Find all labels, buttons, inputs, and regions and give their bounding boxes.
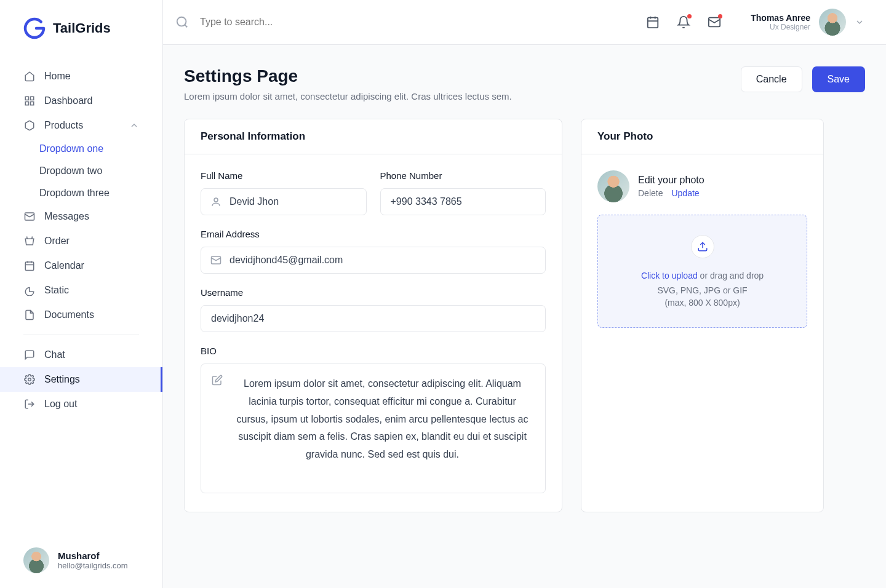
user-icon <box>210 196 222 207</box>
sidebar-item-documents[interactable]: Documents <box>0 303 162 327</box>
piechart-icon <box>23 284 36 296</box>
sidebar-subitem-dropdown-three[interactable]: Dropdown three <box>0 182 162 204</box>
svg-rect-5 <box>25 262 34 271</box>
sidebar-subitem-dropdown-two[interactable]: Dropdown two <box>0 160 162 182</box>
svg-rect-0 <box>25 97 28 100</box>
sidebar-item-products[interactable]: Products <box>0 113 162 138</box>
sidebar-item-label: Chat <box>44 349 65 360</box>
sidebar-item-home[interactable]: Home <box>0 64 162 89</box>
brand-logo[interactable]: TailGrids <box>0 17 162 39</box>
cube-icon <box>23 119 36 132</box>
search-input[interactable] <box>200 17 635 28</box>
avatar <box>23 547 49 573</box>
chevron-down-icon <box>855 17 864 27</box>
header-user-menu[interactable]: Thomas Anree Ux Designer <box>751 9 864 36</box>
sidebar-item-label: Products <box>44 120 83 131</box>
bio-textarea[interactable] <box>201 364 546 493</box>
upload-dropzone[interactable]: Click to upload or drag and drop SVG, PN… <box>597 215 807 328</box>
header-calendar-button[interactable] <box>646 15 660 29</box>
mail-icon <box>23 210 36 223</box>
bag-icon <box>23 235 36 247</box>
page-title: Settings Page <box>184 66 512 86</box>
card-title: Personal Information <box>185 119 562 154</box>
brand-name: TailGrids <box>53 20 111 36</box>
save-button[interactable]: Save <box>812 66 865 92</box>
svg-point-9 <box>28 378 31 381</box>
card-title: Your Photo <box>581 119 823 154</box>
chat-icon <box>23 349 36 361</box>
nav-divider <box>23 335 139 335</box>
calendar-icon <box>646 15 660 29</box>
sidebar-subitem-dropdown-one[interactable]: Dropdown one <box>0 138 162 160</box>
svg-rect-3 <box>25 102 28 105</box>
header: Thomas Anree Ux Designer <box>163 0 886 45</box>
sidebar-item-dashboard[interactable]: Dashboard <box>0 89 162 113</box>
sidebar-item-label: Home <box>44 71 71 82</box>
notification-dot-icon <box>687 14 692 18</box>
home-icon <box>23 70 36 82</box>
sidebar-item-label: Dashboard <box>44 95 92 106</box>
cancel-button[interactable]: Cancle <box>741 66 802 92</box>
chevron-up-icon <box>129 121 139 130</box>
sidebar-item-label: Log out <box>44 399 77 410</box>
sidebar-item-label: Messages <box>44 211 89 222</box>
svg-rect-12 <box>648 18 658 28</box>
header-user-role: Ux Designer <box>751 23 810 31</box>
personal-info-card: Personal Information Full Name <box>184 119 562 512</box>
email-label: Email Address <box>201 229 546 239</box>
header-notifications-button[interactable] <box>677 15 690 29</box>
click-to-upload-link[interactable]: Click to upload <box>641 271 698 280</box>
sidebar: TailGrids Home Dashboard Products Dropdo… <box>0 0 163 588</box>
email-input[interactable] <box>201 247 546 274</box>
avatar <box>819 9 846 36</box>
phone-label: Phone Number <box>380 170 546 181</box>
sidebar-item-chat[interactable]: Chat <box>0 343 162 367</box>
sidebar-item-order[interactable]: Order <box>0 229 162 253</box>
sidebar-item-label: Documents <box>44 309 94 320</box>
bio-label: BIO <box>201 346 546 356</box>
document-icon <box>23 309 36 321</box>
update-photo-button[interactable]: Update <box>671 188 699 198</box>
logo-icon <box>23 17 46 39</box>
header-messages-button[interactable] <box>708 15 721 29</box>
sidebar-item-label: Order <box>44 236 70 247</box>
avatar <box>597 170 629 202</box>
sidebar-item-static[interactable]: Static <box>0 278 162 303</box>
sidebar-item-messages[interactable]: Messages <box>0 204 162 229</box>
edit-icon <box>212 375 223 386</box>
sidebar-item-label: Settings <box>44 374 80 385</box>
delete-photo-button[interactable]: Delete <box>638 188 663 198</box>
sidebar-item-label: Calendar <box>44 260 84 271</box>
sidebar-user-name: Musharof <box>58 550 128 561</box>
username-input[interactable] <box>201 305 546 332</box>
full-name-label: Full Name <box>201 170 367 181</box>
upload-max: (max, 800 X 800px) <box>610 298 794 308</box>
svg-rect-2 <box>31 102 34 105</box>
grid-icon <box>23 95 36 107</box>
svg-rect-1 <box>31 97 34 100</box>
username-label: Username <box>201 287 546 298</box>
mail-icon <box>210 255 222 266</box>
notification-dot-icon <box>718 14 722 18</box>
upload-formats: SVG, PNG, JPG or GIF <box>610 285 794 295</box>
sidebar-item-logout[interactable]: Log out <box>0 392 162 416</box>
phone-input[interactable] <box>380 188 546 215</box>
gear-icon <box>23 373 36 386</box>
page-subtitle: Lorem ipsum dolor sit amet, consectetur … <box>184 91 512 101</box>
svg-point-17 <box>214 198 218 202</box>
full-name-input[interactable] <box>201 188 367 215</box>
header-user-name: Thomas Anree <box>751 13 810 23</box>
sidebar-user-email: hello@tailgrids.com <box>58 561 128 570</box>
svg-point-10 <box>177 17 186 26</box>
upload-icon <box>691 235 714 258</box>
svg-line-11 <box>185 25 188 28</box>
upload-text: Click to upload or drag and drop <box>610 271 794 280</box>
sidebar-item-calendar[interactable]: Calendar <box>0 253 162 278</box>
sidebar-user[interactable]: Musharof hello@tailgrids.com <box>0 536 162 573</box>
calendar-icon <box>23 260 36 272</box>
logout-icon <box>23 398 36 410</box>
edit-photo-label: Edit your photo <box>638 175 704 186</box>
search-icon <box>175 15 189 29</box>
photo-card: Your Photo Edit your photo Delete Update <box>581 119 824 512</box>
sidebar-item-settings[interactable]: Settings <box>0 367 162 392</box>
